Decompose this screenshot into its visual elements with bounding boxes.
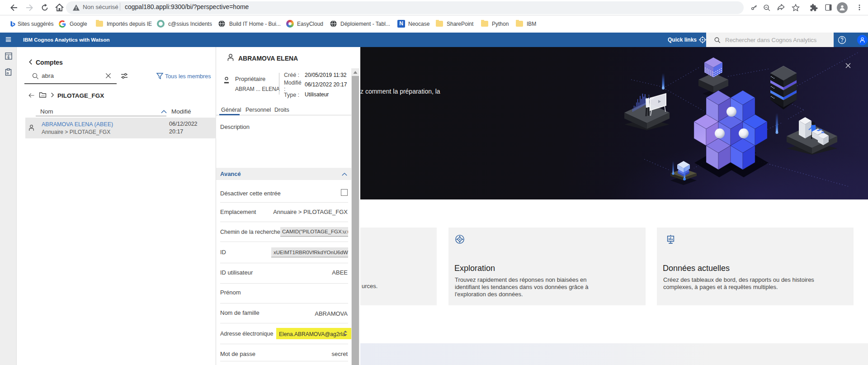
svg-text:51: 51	[7, 56, 10, 59]
